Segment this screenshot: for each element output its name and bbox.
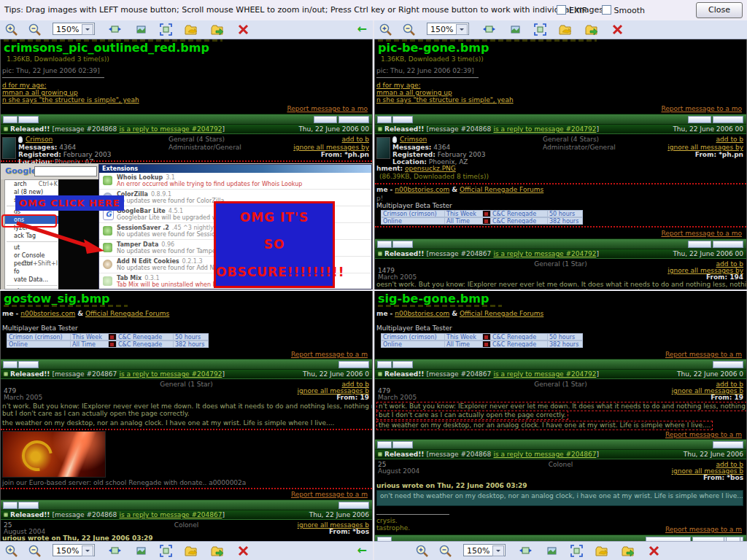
obscure-callout-box: OMG IT'S SO OBSCURE!!!!!!!!! — [214, 201, 335, 288]
zoom-level-select[interactable]: 150% — [53, 544, 95, 556]
copy-image-button[interactable] — [184, 23, 198, 36]
zoom-level-select[interactable]: 150% — [463, 544, 506, 556]
report-message-link: Report message to a mo — [661, 230, 742, 238]
menu-label: arch — [14, 181, 26, 187]
user-role: Administrator/General — [543, 144, 616, 152]
zoom-out-button[interactable] — [438, 544, 452, 558]
signature-link: n she says "the structure is simple", ye… — [2, 96, 139, 104]
extension-version: 0.96 — [161, 241, 174, 248]
copy-image-button[interactable] — [558, 23, 572, 36]
zoom-out-button[interactable] — [28, 23, 42, 36]
stats-cell: C&C Renegade — [117, 333, 174, 341]
actual-size-button[interactable] — [134, 23, 148, 36]
fit-selection-button[interactable] — [570, 544, 584, 558]
extension-title: SessionSaver .2 — [117, 225, 169, 231]
site-amp: & — [452, 186, 457, 193]
fit-selection-button[interactable] — [533, 23, 547, 36]
messages-label: Messages: — [392, 144, 431, 151]
quote-header: urious wrote on Thu, 22 June 2006 03:29 — [376, 482, 527, 490]
zoom-in-button[interactable] — [4, 544, 18, 558]
fit-window-button[interactable] — [108, 23, 122, 36]
delete-image-button[interactable] — [611, 23, 624, 36]
chevron-down-icon[interactable] — [492, 545, 504, 556]
copy-image-button[interactable] — [595, 544, 608, 558]
forum-button — [3, 361, 18, 368]
fit-selection-button[interactable] — [159, 544, 173, 558]
prev-image-button[interactable]: ← — [357, 22, 367, 36]
zoom-out-button[interactable] — [28, 544, 42, 558]
stats-cell: 50 hours — [548, 333, 583, 341]
zoom-out-button[interactable] — [402, 23, 416, 36]
post-title: Released!! — [384, 250, 424, 257]
image-view-top-left[interactable]: crimsons_pic_outlined_red.bmp 1.36KB, Do… — [0, 39, 373, 289]
smooth-checkbox-group[interactable]: Smooth — [602, 5, 645, 15]
game-icon — [483, 217, 491, 225]
messages-label: Messages: — [18, 144, 57, 151]
exif-checkbox[interactable] — [557, 5, 566, 15]
post-icon — [4, 127, 8, 131]
smooth-checkbox[interactable] — [602, 5, 611, 15]
fit-window-button[interactable] — [482, 23, 496, 36]
zoom-in-button[interactable] — [4, 23, 18, 36]
chevron-down-icon[interactable] — [82, 545, 93, 556]
post-title: Released!! — [384, 451, 424, 458]
game-icon — [483, 333, 491, 341]
exif-checkbox-group[interactable]: EXIF — [557, 5, 587, 15]
save-image-button[interactable] — [210, 544, 224, 558]
zoom-in-button[interactable] — [415, 544, 429, 558]
image-view-bottom-right[interactable]: sig-be-gone.bmp me - n00bstories.com & O… — [374, 291, 747, 541]
from-line: From: *ph.pn — [695, 151, 743, 159]
fit-window-button[interactable] — [108, 544, 122, 558]
image-view-bottom-left[interactable]: gostow_sig.bmp me - n00bstories.com & Of… — [0, 291, 373, 541]
zoom-level-select[interactable]: 150% — [427, 23, 469, 35]
post-date: Thu, 22 June 2006 00 — [298, 125, 369, 134]
fit-selection-button[interactable] — [159, 23, 173, 36]
delete-image-button[interactable] — [236, 544, 250, 558]
forum-button-bar — [1, 114, 372, 125]
actual-size-button[interactable] — [545, 544, 559, 558]
actual-size-button[interactable] — [508, 23, 522, 36]
signature-image — [2, 431, 106, 478]
extension-name: GoogleBar Lite4.5.1 — [117, 208, 183, 214]
game-icon — [109, 333, 117, 341]
post-title: Released!! — [10, 370, 50, 378]
forum-button — [338, 361, 369, 368]
actual-size-button[interactable] — [134, 544, 148, 558]
user-rank: General (4 Stars) — [543, 136, 599, 144]
post-date-line: pic: Thu, 22 June 2006 02:39] — [2, 67, 100, 75]
red-dotted-separator — [1, 160, 372, 162]
delete-image-button[interactable] — [236, 23, 250, 36]
forum-button — [377, 116, 392, 123]
zoom-level-value: 150% — [430, 25, 453, 34]
post-title: Released!! — [10, 511, 50, 518]
image-toolbar-top-right: 150% — [374, 20, 747, 39]
copy-image-button[interactable] — [184, 544, 198, 558]
stats-cell: 50 hours — [174, 333, 209, 341]
delete-image-button[interactable] — [647, 544, 661, 558]
save-image-button[interactable] — [621, 544, 635, 558]
post-body-line: the weather on my desktop, nor an analog… — [2, 419, 334, 427]
google-logo: Google — [5, 166, 36, 176]
site-link: Official Renegade Forums — [460, 310, 543, 317]
stats-cell: 382 hours — [548, 341, 583, 348]
image-view-top-right[interactable]: pic-be-gone.bmp 1.36KB, Downloaded 3 tim… — [374, 39, 747, 289]
zoom-level-value: 150% — [56, 546, 79, 556]
forum-button — [392, 241, 413, 248]
chevron-down-icon[interactable] — [456, 24, 468, 35]
fit-window-button[interactable] — [519, 544, 533, 558]
site-pre: me - — [376, 310, 392, 317]
close-button[interactable]: Close — [696, 2, 743, 18]
save-image-button[interactable] — [584, 23, 598, 36]
extension-version: 0.8.9.1 — [151, 191, 171, 198]
reply-link: is a reply to message #204867 — [493, 451, 596, 458]
image-filename: gostow_sig.bmp — [4, 292, 110, 305]
prev-image-button[interactable]: ← — [357, 543, 367, 557]
puzzle-icon — [103, 276, 112, 286]
zoom-in-button[interactable] — [379, 23, 392, 36]
red-dotted-separator — [1, 488, 372, 489]
cookie-icon — [103, 260, 112, 269]
chevron-down-icon[interactable] — [82, 24, 93, 35]
menu-label: vate Data... — [14, 276, 48, 283]
zoom-level-select[interactable]: 150% — [53, 23, 95, 35]
save-image-button[interactable] — [210, 23, 224, 36]
